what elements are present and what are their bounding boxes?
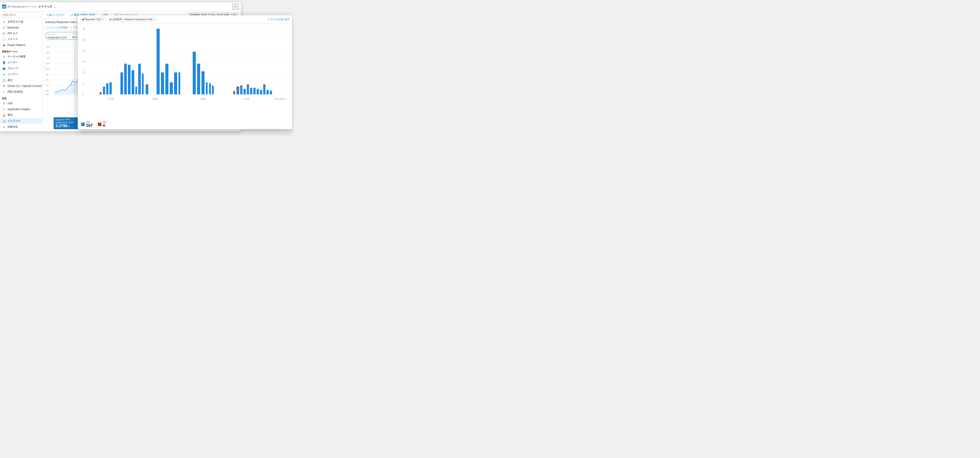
legend-item-401: 401 4 xyxy=(98,121,107,128)
sidebar-label-metrics: メトリック xyxy=(8,119,21,123)
svg-rect-83 xyxy=(260,90,262,94)
search-box xyxy=(0,11,43,19)
sidebar-item-user2[interactable]: ● ユーザー xyxy=(0,72,43,77)
sidebar-item-issues[interactable]: □ 問題 (非推奨) xyxy=(0,89,43,95)
sidebar-label-api-tags: API タグ xyxy=(8,32,18,35)
list-icon: ≡ xyxy=(2,20,6,24)
legend-item-200: 200 167 xyxy=(81,121,92,128)
svg-text:0%: 0% xyxy=(46,93,49,95)
scope-field: スコープ ainaba-apim-1124 xyxy=(47,33,67,39)
svg-text:2 PM: 2 PM xyxy=(108,98,113,100)
sidebar-item-diagnostic[interactable]: ≡ 診断設定 xyxy=(0,124,43,130)
svg-rect-84 xyxy=(263,86,266,94)
bar-chart-area: 30 25 20 15 10 5 0 2 PM 3 PM 4 PM 5 PM U… xyxy=(78,24,292,119)
svg-text:14%: 14% xyxy=(46,57,50,59)
sidebar-item-api-tags[interactable]: 🏷 API タグ xyxy=(0,30,43,37)
svg-rect-1 xyxy=(4,6,4,8)
scope-value[interactable]: ainaba-apim-1124 xyxy=(47,36,67,39)
svg-text:0: 0 xyxy=(83,93,84,96)
ellipsis-menu[interactable]: … xyxy=(54,5,57,8)
sidebar-item-named-values[interactable]: ≡ 名前付きの値 xyxy=(0,19,43,25)
sidebar-item-analytics[interactable]: ≡ 分析 xyxy=(0,100,43,107)
tag-dot xyxy=(82,19,84,21)
sidebar: ≡ 名前付きの値 ⬡ Backends 🏷 API タグ 📄 スキーマ ◆ Po… xyxy=(0,11,43,131)
new-graph-button[interactable]: + 新しいグラフ xyxy=(45,13,66,17)
sidebar-item-oauth[interactable]: ⊙ OAuth 2.0 + OpenID Connect xyxy=(0,83,43,89)
sidebar-label-user: ユーザー xyxy=(8,60,18,64)
svg-rect-59 xyxy=(157,29,160,94)
sidebar-label-portal-overview: ポータルの概要 xyxy=(8,55,26,59)
split-icon: ⊞ xyxy=(110,18,111,21)
diagnostic-icon: ≡ xyxy=(2,125,6,129)
svg-rect-56 xyxy=(142,73,144,94)
svg-rect-70 xyxy=(209,83,211,94)
svg-text:8%: 8% xyxy=(46,73,49,76)
svg-rect-52 xyxy=(128,65,130,94)
legend-code-401: 401 4 xyxy=(103,121,107,128)
svg-rect-82 xyxy=(257,89,259,94)
svg-rect-75 xyxy=(240,87,242,94)
legend-code-200: 200 167 xyxy=(86,121,92,128)
portal-icon: ≡ xyxy=(2,55,6,59)
second-window-header: Requests, 合計 × ⊞ 分割基準 = Gateway Response… xyxy=(78,15,292,24)
tag-label-requests: Requests, 合計 xyxy=(85,18,102,21)
split-tag[interactable]: ⊞ 分割基準 = Gateway Response Code × xyxy=(108,17,156,22)
svg-rect-53 xyxy=(132,70,134,94)
service-label: API Management サービス xyxy=(8,5,37,8)
analytics-icon: ≡ xyxy=(2,102,6,105)
svg-rect-46 xyxy=(100,92,102,93)
sidebar-item-schema[interactable]: 📄 スキーマ xyxy=(0,37,43,42)
svg-rect-85 xyxy=(263,84,266,86)
dev-portal-section: 開発者ポータル xyxy=(0,49,43,54)
requests-tag[interactable]: Requests, 合計 × xyxy=(80,17,106,22)
sidebar-item-power-platform[interactable]: ◆ Power Platform xyxy=(0,42,43,48)
split-tag-close[interactable]: × xyxy=(153,18,154,21)
sidebar-item-logs[interactable]: 📝 ログ xyxy=(0,130,43,131)
svg-rect-77 xyxy=(243,89,246,94)
sidebar-item-alerts[interactable]: 🔔 警告 xyxy=(0,112,43,118)
add-metric-button[interactable]: ＋メトリックの追加 xyxy=(45,26,68,29)
close-button[interactable]: × xyxy=(232,3,239,10)
svg-text:2%: 2% xyxy=(46,90,49,92)
svg-rect-69 xyxy=(206,82,208,94)
sidebar-label-oauth: OAuth 2.0 + OpenID Connect xyxy=(8,84,42,87)
sidebar-label-alerts: 警告 xyxy=(8,113,13,117)
svg-text:UTC+09:00: UTC+09:00 xyxy=(274,98,285,100)
sidebar-item-backends[interactable]: ⬡ Backends xyxy=(0,25,43,30)
svg-text:12%: 12% xyxy=(46,62,50,65)
sidebar-item-user[interactable]: 👤 ユーザー xyxy=(0,60,43,65)
alert-icon: 🔔 xyxy=(2,113,6,117)
svg-rect-45 xyxy=(100,93,102,94)
sidebar-item-metrics[interactable]: 📊 メトリック xyxy=(0,118,43,124)
second-zoom-reset-button[interactable]: ↶ ズームを元に戻す xyxy=(268,18,290,21)
metrics-icon: 📊 xyxy=(2,119,6,123)
svg-rect-76 xyxy=(240,86,242,87)
svg-rect-64 xyxy=(178,72,180,94)
svg-rect-67 xyxy=(202,72,205,94)
sidebar-label-user2: ユーザー xyxy=(8,72,18,76)
sidebar-collapse-button[interactable]: ‹ xyxy=(41,62,45,71)
title-bar: API Management サービス メトリック … × xyxy=(0,2,241,11)
svg-rect-55 xyxy=(138,64,141,94)
refresh-icon: ↺ xyxy=(71,14,73,17)
sidebar-label-schema: スキーマ xyxy=(8,37,18,41)
search-input[interactable] xyxy=(2,13,41,17)
sidebar-label-analytics: 分析 xyxy=(8,102,13,105)
sidebar-item-app-insights[interactable]: ⊙ Application Insights xyxy=(0,107,43,112)
app-insights-icon: ⊙ xyxy=(2,108,6,111)
sidebar-item-group[interactable]: 👥 グループ xyxy=(0,65,43,72)
bar-chart-legend: 200 167 401 4 xyxy=(78,119,292,129)
svg-rect-74 xyxy=(237,87,239,88)
svg-text:5 PM: 5 PM xyxy=(244,98,249,100)
chart-tooltip-date: ainaba-apim-1124 xyxy=(56,121,80,124)
svg-rect-58 xyxy=(146,84,148,86)
sidebar-item-task[interactable]: 📋 参任 xyxy=(0,77,43,83)
svg-rect-60 xyxy=(161,72,164,94)
svg-text:6%: 6% xyxy=(46,79,49,81)
window-title: メトリック xyxy=(38,5,52,8)
tag-close-requests[interactable]: × xyxy=(103,18,104,21)
svg-rect-78 xyxy=(247,86,249,94)
sidebar-item-portal-overview[interactable]: ≡ ポータルの概要 xyxy=(0,54,43,60)
sidebar-label-issues: 問題 (非推奨) xyxy=(8,90,23,94)
legend-color-401 xyxy=(98,122,102,126)
